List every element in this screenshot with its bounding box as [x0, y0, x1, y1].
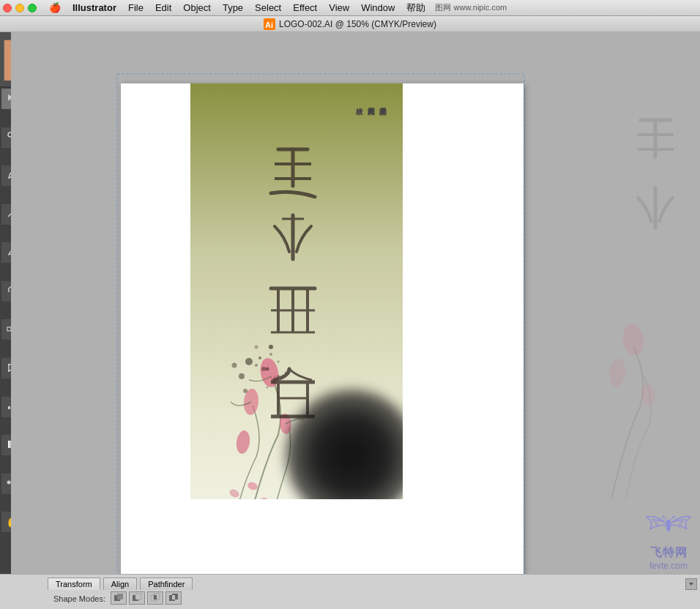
- canvas-background[interactable]: 小桥寻家宫式局平河村梅花夫局极枝夫枝: [11, 43, 700, 609]
- panel-expand-icon: [688, 580, 695, 588]
- svg-point-53: [258, 497, 269, 499]
- shape-mode-minus[interactable]: [129, 591, 145, 605]
- svg-text:Ai: Ai: [265, 20, 273, 29]
- menu-effect[interactable]: Effect: [288, 1, 322, 15]
- watermark-site-name: 飞特网: [650, 545, 688, 561]
- panel-tabs: Transform Align Pathfinder: [48, 576, 700, 590]
- menu-file[interactable]: File: [123, 1, 149, 15]
- tab-pathfinder[interactable]: Pathfinder: [140, 578, 193, 590]
- menu-bar: 🍎 Illustrator File Edit Object Type Sele…: [0, 0, 700, 16]
- maximize-button[interactable]: [28, 4, 37, 12]
- title-bar: Ai LOGO-002.AI @ 150% (CMYK/Preview): [0, 16, 700, 32]
- menu-help[interactable]: 帮助: [401, 0, 431, 16]
- watermark: 飞特网 fevte.com: [643, 511, 694, 571]
- minus-front-icon: [132, 593, 142, 602]
- svg-point-70: [267, 386, 269, 389]
- svg-point-68: [277, 375, 280, 378]
- svg-point-71: [621, 322, 646, 356]
- menu-object[interactable]: Object: [178, 1, 216, 15]
- menu-illustrator[interactable]: Illustrator: [67, 1, 122, 15]
- artwork-canvas[interactable]: 小桥寻家宫式局平河村梅花夫局极枝夫枝: [190, 83, 403, 499]
- menu-edit[interactable]: Edit: [150, 1, 176, 15]
- main-canvas-area: 小桥寻家宫式局平河村梅花夫局极枝夫枝: [11, 32, 700, 609]
- svg-rect-23: [8, 370, 10, 372]
- website-label: 图网 www.nipic.com: [435, 2, 507, 13]
- shape-mode-exclude[interactable]: [165, 591, 182, 605]
- svg-point-52: [247, 481, 259, 491]
- menu-apple[interactable]: 🍎: [44, 1, 66, 15]
- bottom-panel: Transform Align Pathfinder Shape Modes:: [0, 574, 700, 609]
- shape-mode-intersect[interactable]: [147, 591, 163, 605]
- ink-splatter: [212, 303, 359, 449]
- svg-rect-85: [172, 595, 175, 599]
- svg-point-38: [7, 481, 11, 485]
- watermark-url: fevte.com: [649, 561, 688, 571]
- svg-rect-79: [135, 594, 141, 599]
- svg-point-67: [255, 345, 258, 349]
- wings-svg: [643, 511, 694, 540]
- svg-point-63: [261, 367, 266, 371]
- menu-view[interactable]: View: [324, 1, 354, 15]
- panel-options-btn[interactable]: [685, 578, 697, 590]
- svg-point-54: [228, 487, 240, 499]
- window-controls: [3, 4, 37, 12]
- svg-point-64: [239, 373, 245, 379]
- svg-rect-21: [8, 364, 10, 365]
- watermark-wings-icon: [643, 511, 694, 545]
- ghost-svg: [589, 83, 700, 499]
- svg-rect-77: [117, 594, 123, 599]
- tab-align[interactable]: Align: [103, 578, 137, 590]
- svg-marker-75: [689, 583, 693, 586]
- svg-point-91: [673, 516, 675, 518]
- shape-mode-buttons: [111, 591, 182, 605]
- shape-modes-label: Shape Modes:: [53, 594, 105, 603]
- document-title: LOGO-002.AI @ 150% (CMYK/Preview): [279, 19, 436, 29]
- svg-point-65: [269, 353, 272, 356]
- exclude-icon: [168, 593, 179, 602]
- shape-mode-unite[interactable]: [111, 591, 127, 605]
- menu-type[interactable]: Type: [217, 1, 248, 15]
- minimize-button[interactable]: [15, 4, 24, 12]
- unite-icon: [113, 593, 124, 602]
- svg-point-72: [608, 358, 627, 387]
- panel-container: Transform Align Pathfinder Shape Modes:: [0, 576, 700, 606]
- panel-content: Shape Modes:: [48, 590, 700, 606]
- svg-point-69: [243, 389, 247, 393]
- menu-window[interactable]: Window: [356, 1, 400, 15]
- close-button[interactable]: [3, 4, 12, 12]
- svg-rect-82: [154, 595, 157, 599]
- tab-transform[interactable]: Transform: [48, 578, 100, 590]
- ai-logo-icon: Ai: [264, 18, 275, 30]
- ghost-artwork-reflection: [589, 83, 700, 499]
- svg-rect-29: [8, 406, 10, 409]
- svg-point-90: [663, 516, 665, 518]
- svg-point-62: [245, 358, 253, 365]
- intersect-icon: [150, 593, 160, 602]
- menu-select[interactable]: Select: [250, 1, 286, 15]
- svg-point-66: [232, 363, 237, 368]
